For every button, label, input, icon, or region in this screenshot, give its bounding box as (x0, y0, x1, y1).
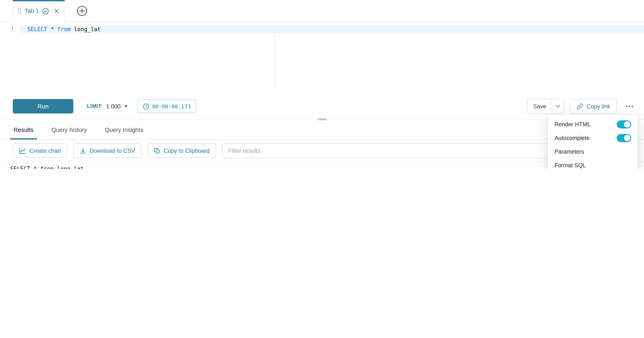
download-icon (80, 147, 86, 154)
autocomplete-toggle[interactable] (617, 134, 631, 142)
menu-item-format-sql[interactable]: Format SQL (550, 158, 636, 169)
render-html-toggle[interactable] (617, 120, 631, 128)
toggle-knob (624, 121, 630, 127)
menu-item-label: Parameters (554, 148, 584, 155)
results-tab-bar: Results Query history Query Insights (0, 120, 644, 139)
create-chart-button[interactable]: Create chart (13, 143, 68, 158)
link-icon (577, 103, 583, 109)
execution-timer-badge: 00:00:00.173 (137, 99, 196, 113)
sql-keyword: SELECT (27, 26, 47, 33)
add-tab-button[interactable] (77, 6, 87, 16)
menu-item-autocomplete[interactable]: Autocomplete (550, 131, 636, 145)
download-csv-label: Download to CSV (90, 147, 135, 154)
sql-text: long_lat (71, 26, 101, 33)
menu-item-label: Format SQL (554, 162, 586, 168)
toggle-knob (624, 135, 630, 141)
execution-time: 00:00:00.173 (152, 103, 191, 109)
editor-active-line[interactable]: SELECT * from long_lat (20, 25, 644, 33)
ellipsis-icon (626, 105, 633, 107)
sql-editor[interactable]: 1 SELECT * from long_lat (0, 22, 644, 93)
tab-label: Tab 1 (25, 8, 39, 14)
plus-circle-icon (77, 6, 87, 16)
tab-bar: Tab 1 (0, 0, 644, 22)
executed-sql-display: SELECT * from long_lat (0, 162, 644, 169)
tab-query-history[interactable]: Query history (50, 120, 88, 139)
editor-toolbar: Run LIMIT: 1 000 00:00:00.173 Save (0, 93, 644, 119)
line-number: 1 (11, 25, 14, 32)
options-menu: Render HTML Autocomplete Parameters Form… (548, 114, 638, 169)
copy-link-label: Copy link (587, 103, 610, 109)
save-button[interactable]: Save (528, 99, 552, 113)
tab-results[interactable]: Results (13, 120, 34, 139)
drag-handle-icon[interactable] (18, 8, 21, 14)
results-action-bar: Create chart Download to CSV Copy to Cli… (0, 139, 644, 162)
limit-dropdown[interactable]: LIMIT: 1 000 (87, 103, 128, 109)
menu-item-label: Render HTML (554, 121, 591, 127)
stage: Tab 1 1 SELECT * from long_lat Run LIMIT… (0, 0, 644, 169)
executed-sql-text: SELECT * from long_lat (10, 165, 84, 169)
clock-icon (143, 103, 149, 109)
sql-keyword: from (57, 26, 71, 33)
chevron-down-icon (556, 105, 560, 108)
run-button[interactable]: Run (13, 99, 73, 113)
save-options-button[interactable] (552, 99, 564, 113)
tab-tab1[interactable]: Tab 1 (13, 0, 65, 22)
download-csv-button[interactable]: Download to CSV (74, 143, 142, 158)
check-circle-icon (42, 8, 49, 14)
menu-item-label: Autocomplete (554, 135, 590, 141)
resize-handle[interactable] (317, 118, 327, 120)
sql-text: * (47, 26, 57, 33)
copy-link-button[interactable]: Copy link (570, 99, 617, 113)
menu-item-parameters[interactable]: Parameters (550, 145, 636, 158)
copy-clipboard-label: Copy to Clipboard (164, 147, 210, 154)
limit-value: 1 000 (106, 103, 120, 109)
editor-gutter: 1 (0, 22, 20, 93)
copy-clipboard-button[interactable]: Copy to Clipboard (148, 143, 216, 158)
active-tab-indicator (13, 0, 65, 1)
menu-item-render-html[interactable]: Render HTML (550, 117, 636, 131)
close-tab-icon[interactable] (54, 9, 59, 13)
more-options-button[interactable] (624, 100, 636, 112)
sql-query-app: Tab 1 1 SELECT * from long_lat Run LIMIT… (0, 0, 644, 169)
save-split-button: Save (528, 99, 564, 113)
tab-query-insights[interactable]: Query Insights (104, 120, 144, 139)
copy-icon (154, 147, 160, 154)
chevron-down-icon (124, 105, 128, 108)
limit-label: LIMIT: (87, 103, 103, 109)
panel-divider (0, 119, 644, 120)
chart-icon (19, 147, 26, 154)
create-chart-label: Create chart (30, 147, 61, 154)
editor-code-area[interactable]: SELECT * from long_lat (20, 22, 644, 93)
